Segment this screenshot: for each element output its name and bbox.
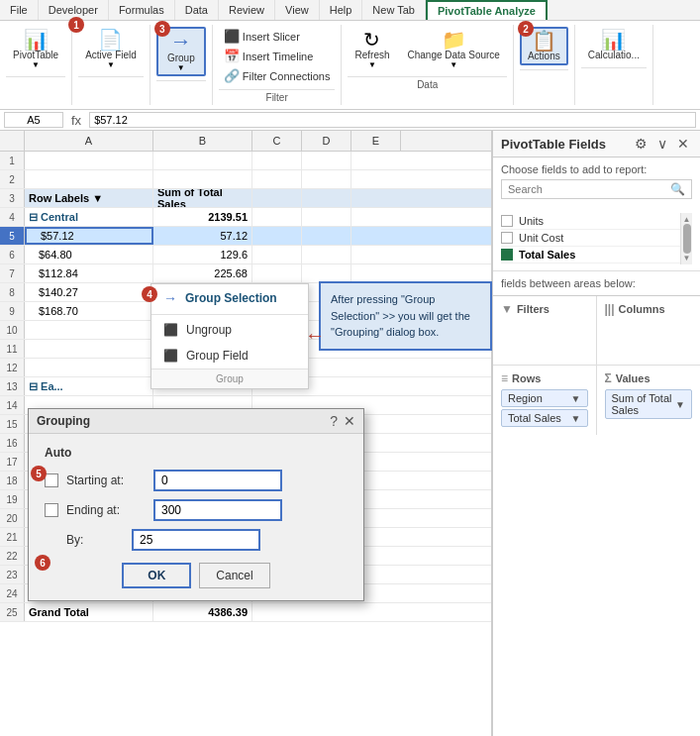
col-header-b[interactable]: B <box>153 131 252 151</box>
cell-grand-total[interactable]: Grand Total <box>25 603 153 621</box>
cell-grand-total-val[interactable]: 4386.39 <box>153 603 252 621</box>
tab-formulas[interactable]: Formulas <box>109 0 175 20</box>
pivot-close-button[interactable]: ✕ <box>674 135 692 153</box>
cell[interactable] <box>302 170 351 188</box>
cell[interactable] <box>302 246 351 263</box>
badge-4: 4 <box>142 286 157 302</box>
cell-east[interactable]: ⊟ Ea... <box>25 377 153 395</box>
cell[interactable]: 129.6 <box>153 246 252 263</box>
cell[interactable] <box>302 152 351 169</box>
cell[interactable]: $140.27 <box>25 283 153 301</box>
ungroup-item[interactable]: ⬛ Ungroup <box>151 317 308 343</box>
cell-57-12-val[interactable]: 57.12 <box>153 227 252 245</box>
cell-sum-header[interactable]: Sum of Total Sales <box>153 189 252 207</box>
cell[interactable] <box>25 359 153 376</box>
refresh-button[interactable]: ↻ Refresh ▼ <box>348 27 396 72</box>
scroll-up-arrow[interactable]: ▲ <box>683 215 691 224</box>
insert-slicer-button[interactable]: ⬛ Insert Slicer <box>219 27 336 46</box>
pivottable-button[interactable]: 📊 PivotTable ▼ <box>6 27 65 72</box>
cell[interactable] <box>252 208 302 226</box>
by-row: By: <box>45 529 348 551</box>
actions-button[interactable]: 2 📋 Actions <box>520 27 568 65</box>
cell[interactable] <box>252 227 302 245</box>
tab-view[interactable]: View <box>275 0 320 20</box>
unit-cost-checkbox[interactable] <box>501 232 513 244</box>
cell[interactable] <box>252 189 302 207</box>
cell[interactable] <box>252 152 302 169</box>
ending-at-input[interactable] <box>153 499 282 521</box>
starting-at-input[interactable] <box>153 470 282 491</box>
insert-timeline-button[interactable]: 📅 Insert Timeline <box>219 47 336 65</box>
pivot-settings-button[interactable]: ⚙ <box>632 135 650 153</box>
pivot-minimize-button[interactable]: ∨ <box>654 135 670 153</box>
fields-scrollbar[interactable]: ▲ ▼ <box>680 213 692 264</box>
row-num: 10 <box>0 321 25 339</box>
total-sales-chip[interactable]: Total Sales ▼ <box>501 409 588 427</box>
units-checkbox[interactable] <box>501 215 513 227</box>
formula-input[interactable] <box>89 112 696 128</box>
cell[interactable] <box>25 152 153 169</box>
total-sales-chip-dropdown[interactable]: ▼ <box>571 413 581 424</box>
sum-total-sales-chip[interactable]: Sum of Total Sales ▼ <box>605 389 693 419</box>
pivot-field-unit-cost[interactable]: Unit Cost <box>501 230 680 247</box>
cell-row-labels[interactable]: Row Labels ▼ <box>25 189 153 207</box>
cell[interactable] <box>153 152 252 169</box>
active-field-button[interactable]: 1 📄 Active Field ▼ <box>78 27 144 72</box>
calculations-label: Calculatio... <box>588 50 640 60</box>
region-chip[interactable]: Region ▼ <box>501 389 588 407</box>
scroll-down-arrow[interactable]: ▼ <box>683 254 691 263</box>
group-field-item[interactable]: ⬛ Group Field <box>151 343 308 368</box>
change-data-source-button[interactable]: 📁 Change Data Source ▼ <box>401 27 507 72</box>
cell-reference-box[interactable] <box>4 112 63 128</box>
col-header-d[interactable]: D <box>302 131 351 151</box>
group-button[interactable]: 3 → Group ▼ <box>156 27 206 76</box>
cell[interactable] <box>25 340 153 358</box>
calculations-button[interactable]: 📊 Calculatio... <box>581 27 647 63</box>
col-header-a[interactable]: A <box>25 131 153 151</box>
col-header-c[interactable]: C <box>252 131 302 151</box>
cell[interactable] <box>302 208 351 226</box>
ending-at-checkbox[interactable] <box>45 503 58 517</box>
tab-help[interactable]: Help <box>320 0 363 20</box>
col-header-e[interactable]: E <box>351 131 401 151</box>
pivot-search-input[interactable] <box>508 183 670 195</box>
starting-at-checkbox[interactable] <box>45 473 58 487</box>
cell[interactable] <box>153 170 252 188</box>
dialog-question-mark[interactable]: ? <box>330 413 338 429</box>
dialog-close-button[interactable]: ✕ <box>344 413 355 429</box>
cell[interactable]: 225.68 <box>153 264 252 282</box>
by-input[interactable] <box>132 529 260 551</box>
cancel-button[interactable]: Cancel <box>199 563 269 588</box>
cell-central-total[interactable]: 2139.51 <box>153 208 252 226</box>
region-chip-dropdown[interactable]: ▼ <box>571 393 581 404</box>
total-sales-checkbox[interactable] <box>501 249 513 261</box>
cell[interactable] <box>25 321 153 339</box>
cell[interactable] <box>302 227 351 245</box>
tab-file[interactable]: File <box>0 0 39 20</box>
pivot-field-total-sales[interactable]: Total Sales <box>501 247 680 263</box>
cell[interactable]: $64.80 <box>25 246 153 263</box>
ok-button[interactable]: OK <box>122 563 191 588</box>
pivot-field-units[interactable]: Units <box>501 213 680 230</box>
tab-pivot-analyze[interactable]: PivotTable Analyze <box>426 0 548 20</box>
cell-central[interactable]: ⊟ Central <box>25 208 153 226</box>
cell[interactable] <box>25 170 153 188</box>
ribbon-group-group: 3 → Group ▼ <box>150 25 213 105</box>
tab-review[interactable]: Review <box>219 0 275 20</box>
tab-data[interactable]: Data <box>175 0 219 20</box>
cell[interactable] <box>302 189 351 207</box>
pivot-search-box[interactable]: 🔍 <box>501 179 692 199</box>
group-selection-item[interactable]: 4 → Group Selection <box>151 284 308 312</box>
cell[interactable] <box>252 264 302 282</box>
cell[interactable] <box>252 170 302 188</box>
main-area: A B C D E 1 2 3 Row Labels ▼ Sum of Tota… <box>0 131 700 736</box>
sum-total-sales-dropdown[interactable]: ▼ <box>675 399 685 410</box>
cell[interactable] <box>252 246 302 263</box>
cell-57-12[interactable]: $57.12 <box>25 227 153 245</box>
cell[interactable]: $112.84 <box>25 264 153 282</box>
cell[interactable] <box>302 264 351 282</box>
cell[interactable]: $168.70 <box>25 302 153 320</box>
scroll-thumb[interactable] <box>683 224 691 254</box>
filter-connections-button[interactable]: 🔗 Filter Connections <box>219 66 336 85</box>
tab-new-tab[interactable]: New Tab <box>362 0 426 20</box>
